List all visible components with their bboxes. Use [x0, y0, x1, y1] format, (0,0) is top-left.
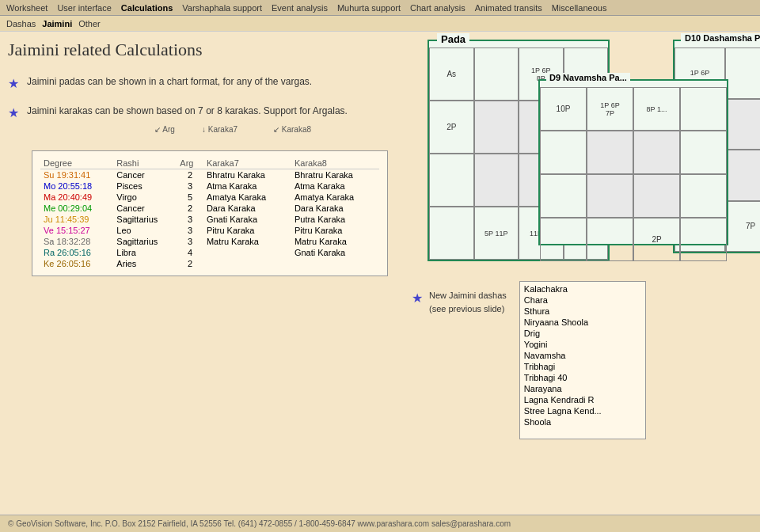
planet-k7: Matru Karaka [203, 236, 291, 247]
menu-calculations[interactable]: Calculations [121, 3, 173, 13]
pada-cell-3-0 [429, 207, 474, 260]
dasha-item-10[interactable]: Lagna Kendradi R [522, 394, 644, 405]
pada-cell-2-0 [429, 154, 474, 207]
d9-cell-0-2: 8P 1... [633, 87, 680, 131]
planet-arg: 3 [177, 214, 203, 225]
d9-chart-box: D9 Navamsha Pa... 10P 1P 6P7P 8P 1... 2P [538, 79, 728, 245]
dasha-item-7[interactable]: Tribhagi [522, 361, 644, 372]
col-header-arg: Arg [177, 158, 203, 169]
planet-k8 [291, 258, 379, 269]
planet-k8: Putra Karaka [291, 214, 379, 225]
karakas-box: Degree Rashi Arg Karaka7 Karaka8 Su 19:3… [32, 150, 388, 276]
planet-rashi: Cancer [113, 169, 177, 181]
dashas-description: New Jaimini dashas(see previous slide) [429, 289, 507, 315]
dasha-item-4[interactable]: Drig [522, 328, 644, 339]
planet-rashi: Libra [113, 247, 177, 258]
pada-cell-0-1 [474, 48, 519, 101]
planet-name: Ju 11:45:39 [40, 214, 113, 225]
d9-cell-1-3 [680, 131, 727, 174]
karakas-row-7: Ra 26:05:16 Libra 4 Gnati Karaka [40, 247, 379, 258]
karakas-row-8: Ke 26:05:16 Aries 2 [40, 258, 379, 269]
planet-k8: Pitru Karaka [291, 225, 379, 236]
d9-cell-2-2 [633, 174, 680, 218]
d10-cell-3-1: 7P [725, 201, 760, 253]
dasha-item-0[interactable]: Kalachakra [522, 283, 644, 294]
d9-cell-2-0 [540, 174, 587, 218]
d9-cell-3-0 [540, 218, 587, 261]
dasha-item-8[interactable]: Tribhagi 40 [522, 372, 644, 383]
dasha-item-11[interactable]: Stree Lagna Kend... [522, 405, 644, 416]
menu-worksheet[interactable]: Worksheet [6, 3, 48, 13]
dasha-item-2[interactable]: Sthura [522, 306, 644, 317]
planet-rashi: Pisces [113, 180, 177, 192]
menu-animated-transits[interactable]: Animated transits [475, 3, 542, 13]
arrow-arg-label: ↙ Arg [154, 125, 175, 134]
d9-cell-0-3 [680, 87, 727, 131]
d10-cell-2-1 [725, 150, 760, 201]
karakas-row-4: Ju 11:45:39 Sagittarius 3 Gnati Karaka P… [40, 214, 379, 225]
arrow-karaka8-label: ↙ Karaka8 [273, 125, 311, 134]
menu-user-interface[interactable]: User interface [57, 3, 111, 13]
planet-k8: Gnati Karaka [291, 247, 379, 258]
planet-k7: Pitru Karaka [203, 225, 291, 236]
planet-k7: Atma Karaka [203, 180, 291, 192]
karakas-row-2: Ma 20:40:49 Virgo 5 Amatya Karaka Amatya… [40, 192, 379, 203]
tab-dashas[interactable]: Dashas [6, 19, 36, 28]
d9-cell-0-0: 10P [540, 87, 587, 131]
planet-k7: Gnati Karaka [203, 214, 291, 225]
menu-muhurta[interactable]: Muhurta support [337, 3, 401, 13]
tab-other[interactable]: Other [78, 19, 101, 28]
tab-jaimini[interactable]: Jaimini [42, 19, 72, 28]
karakas-row-3: Me 00:29:04 Cancer 2 Dara Karaka Dara Ka… [40, 203, 379, 214]
planet-arg: 2 [177, 203, 203, 214]
left-panel: Jaimini related Calculations ★ Jaimini p… [8, 40, 404, 507]
footer-text: © GeoVision Software, Inc. P.O. Box 2152… [8, 519, 511, 528]
pada-cell-1-1 [474, 101, 519, 154]
arrow-karaka7-label: ↓ Karaka7 [202, 125, 238, 134]
planet-k8: Matru Karaka [291, 236, 379, 247]
top-menu-bar: Worksheet User interface Calculations Va… [0, 0, 760, 16]
planet-arg: 3 [177, 225, 203, 236]
dasha-item-3[interactable]: Niryaana Shoola [522, 317, 644, 328]
d9-cell-3-3 [680, 218, 727, 261]
planet-k8: Dara Karaka [291, 203, 379, 214]
main-content: Jaimini related Calculations ★ Jaimini p… [0, 32, 760, 515]
menu-miscellaneous[interactable]: Miscellaneous [552, 3, 607, 13]
planet-rashi: Sagittarius [113, 236, 177, 247]
star-icon-1: ★ [8, 76, 19, 91]
planet-k7 [203, 247, 291, 258]
planet-name: Mo 20:55:18 [40, 180, 113, 192]
planet-name: Ma 20:40:49 [40, 192, 113, 203]
footer: © GeoVision Software, Inc. P.O. Box 2152… [0, 515, 760, 532]
planet-k7: Dara Karaka [203, 203, 291, 214]
dashas-list[interactable]: KalachakraCharaSthuraNiryaana ShoolaDrig… [519, 281, 646, 439]
dasha-item-12[interactable]: Shoola [522, 416, 644, 428]
karakas-row-1: Mo 20:55:18 Pisces 3 Atma Karaka Atma Ka… [40, 180, 379, 192]
d9-chart-title: D9 Navamsha Pa... [546, 73, 630, 82]
planet-arg: 3 [177, 180, 203, 192]
menu-varshaphala[interactable]: Varshaphala support [182, 3, 262, 13]
menu-chart-analysis[interactable]: Chart analysis [410, 3, 466, 13]
dasha-item-6[interactable]: Navamsha [522, 350, 644, 361]
dasha-item-5[interactable]: Yogini [522, 339, 644, 350]
d9-cell-2-1 [587, 174, 633, 218]
planet-rashi: Sagittarius [113, 214, 177, 225]
d9-cell-0-1: 1P 6P7P [587, 87, 633, 131]
planet-name: Ve 15:15:27 [40, 225, 113, 236]
dasha-item-1[interactable]: Chara [522, 294, 644, 306]
dasha-item-9[interactable]: Narayana [522, 383, 644, 394]
planet-name: Ke 26:05:16 [40, 258, 113, 269]
planet-rashi: Cancer [113, 203, 177, 214]
karakas-table: Degree Rashi Arg Karaka7 Karaka8 Su 19:3… [40, 158, 379, 269]
d10-cell-1-1 [725, 99, 760, 150]
col-header-rashi: Rashi [113, 158, 177, 169]
col-header-karaka7: Karaka7 [203, 158, 291, 169]
pada-cell-2-1 [474, 154, 519, 207]
feature-item-1: ★ Jaimini padas can be shown in a chart … [8, 74, 404, 91]
d9-cell-1-0 [540, 131, 587, 174]
d9-cell-2-3 [680, 174, 727, 218]
planet-k7: Bhratru Karaka [203, 169, 291, 181]
right-panel: Pada As 1P 6P8P 2P 9P 5P 11P [412, 40, 752, 507]
pada-chart-title: Pada [437, 33, 469, 45]
menu-event-analysis[interactable]: Event analysis [272, 3, 328, 13]
